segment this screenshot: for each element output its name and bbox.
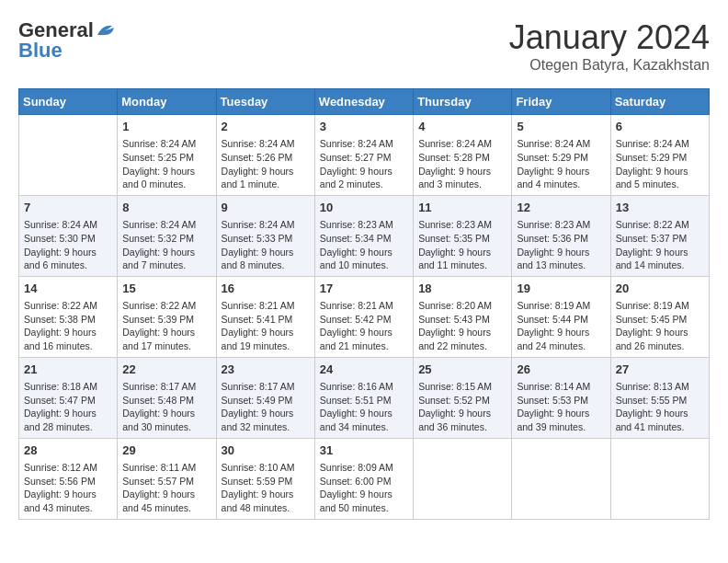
day-number: 4 [418, 119, 506, 135]
logo: General Blue [18, 18, 116, 63]
day-number: 5 [517, 119, 605, 135]
calendar-cell: 22Sunrise: 8:17 AM Sunset: 5:48 PM Dayli… [118, 357, 216, 438]
calendar-cell: 31Sunrise: 8:09 AM Sunset: 6:00 PM Dayli… [314, 438, 413, 519]
calendar-cell: 5Sunrise: 8:24 AM Sunset: 5:29 PM Daylig… [512, 115, 610, 196]
day-info: Sunrise: 8:21 AM Sunset: 5:41 PM Dayligh… [222, 299, 310, 353]
day-number: 17 [320, 281, 408, 297]
week-row-2: 7Sunrise: 8:24 AM Sunset: 5:30 PM Daylig… [19, 195, 710, 276]
calendar-cell: 4Sunrise: 8:24 AM Sunset: 5:28 PM Daylig… [414, 115, 512, 196]
page-header: General Blue January 2024 Otegen Batyra,… [18, 18, 710, 74]
day-number: 25 [418, 362, 506, 378]
day-info: Sunrise: 8:22 AM Sunset: 5:37 PM Dayligh… [616, 218, 704, 272]
calendar-cell: 10Sunrise: 8:23 AM Sunset: 5:34 PM Dayli… [314, 195, 413, 276]
location-subtitle: Otegen Batyra, Kazakhstan [509, 57, 710, 74]
day-number: 29 [122, 442, 210, 459]
day-number: 2 [222, 119, 310, 135]
day-number: 8 [122, 200, 210, 216]
calendar-cell [610, 438, 709, 519]
day-info: Sunrise: 8:09 AM Sunset: 6:00 PM Dayligh… [320, 461, 408, 515]
calendar-cell: 28Sunrise: 8:12 AM Sunset: 5:56 PM Dayli… [19, 438, 118, 519]
logo-blue: Blue [18, 39, 63, 63]
days-header-row: SundayMondayTuesdayWednesdayThursdayFrid… [19, 89, 710, 115]
day-info: Sunrise: 8:22 AM Sunset: 5:38 PM Dayligh… [24, 299, 112, 353]
day-info: Sunrise: 8:10 AM Sunset: 5:59 PM Dayligh… [222, 461, 310, 515]
day-number: 19 [517, 281, 605, 297]
calendar-cell: 19Sunrise: 8:19 AM Sunset: 5:44 PM Dayli… [512, 276, 610, 357]
day-number: 21 [24, 362, 112, 378]
day-number: 22 [122, 362, 210, 378]
calendar-cell [512, 438, 610, 519]
day-info: Sunrise: 8:24 AM Sunset: 5:33 PM Dayligh… [222, 218, 310, 272]
day-number: 16 [222, 281, 310, 297]
calendar-cell: 17Sunrise: 8:21 AM Sunset: 5:42 PM Dayli… [314, 276, 413, 357]
calendar-cell: 30Sunrise: 8:10 AM Sunset: 5:59 PM Dayli… [216, 438, 314, 519]
day-number: 7 [24, 200, 112, 216]
day-header-saturday: Saturday [610, 89, 709, 115]
month-title: January 2024 [509, 18, 710, 57]
calendar-cell: 24Sunrise: 8:16 AM Sunset: 5:51 PM Dayli… [314, 357, 413, 438]
day-info: Sunrise: 8:23 AM Sunset: 5:36 PM Dayligh… [517, 218, 605, 272]
day-number: 15 [122, 281, 210, 297]
day-info: Sunrise: 8:24 AM Sunset: 5:30 PM Dayligh… [24, 218, 112, 272]
day-number: 12 [517, 200, 605, 216]
day-number: 20 [616, 281, 704, 297]
day-header-friday: Friday [512, 89, 610, 115]
day-info: Sunrise: 8:23 AM Sunset: 5:35 PM Dayligh… [418, 218, 506, 272]
day-info: Sunrise: 8:16 AM Sunset: 5:51 PM Dayligh… [320, 380, 408, 434]
day-number: 28 [24, 442, 112, 459]
calendar-cell: 6Sunrise: 8:24 AM Sunset: 5:29 PM Daylig… [610, 115, 709, 196]
calendar-cell: 3Sunrise: 8:24 AM Sunset: 5:27 PM Daylig… [314, 115, 413, 196]
day-number: 10 [320, 200, 408, 216]
day-number: 23 [222, 362, 310, 378]
calendar-cell: 29Sunrise: 8:11 AM Sunset: 5:57 PM Dayli… [118, 438, 216, 519]
day-info: Sunrise: 8:24 AM Sunset: 5:25 PM Dayligh… [122, 137, 210, 191]
day-info: Sunrise: 8:21 AM Sunset: 5:42 PM Dayligh… [320, 299, 408, 353]
calendar-cell: 8Sunrise: 8:24 AM Sunset: 5:32 PM Daylig… [118, 195, 216, 276]
day-header-sunday: Sunday [19, 89, 118, 115]
calendar-cell [19, 115, 118, 196]
day-number: 18 [418, 281, 506, 297]
day-info: Sunrise: 8:19 AM Sunset: 5:44 PM Dayligh… [517, 299, 605, 353]
calendar-cell: 15Sunrise: 8:22 AM Sunset: 5:39 PM Dayli… [118, 276, 216, 357]
day-header-monday: Monday [118, 89, 216, 115]
day-info: Sunrise: 8:24 AM Sunset: 5:29 PM Dayligh… [616, 137, 704, 191]
logo-bird-icon [96, 22, 116, 39]
day-info: Sunrise: 8:23 AM Sunset: 5:34 PM Dayligh… [320, 218, 408, 272]
day-info: Sunrise: 8:15 AM Sunset: 5:52 PM Dayligh… [418, 380, 506, 434]
day-info: Sunrise: 8:18 AM Sunset: 5:47 PM Dayligh… [24, 380, 112, 434]
calendar-cell: 26Sunrise: 8:14 AM Sunset: 5:53 PM Dayli… [512, 357, 610, 438]
calendar-cell: 9Sunrise: 8:24 AM Sunset: 5:33 PM Daylig… [216, 195, 314, 276]
title-block: January 2024 Otegen Batyra, Kazakhstan [509, 18, 710, 74]
calendar-cell: 21Sunrise: 8:18 AM Sunset: 5:47 PM Dayli… [19, 357, 118, 438]
day-number: 11 [418, 200, 506, 216]
calendar-cell: 12Sunrise: 8:23 AM Sunset: 5:36 PM Dayli… [512, 195, 610, 276]
calendar-cell: 2Sunrise: 8:24 AM Sunset: 5:26 PM Daylig… [216, 115, 314, 196]
day-info: Sunrise: 8:20 AM Sunset: 5:43 PM Dayligh… [418, 299, 506, 353]
calendar-cell: 25Sunrise: 8:15 AM Sunset: 5:52 PM Dayli… [414, 357, 512, 438]
day-header-thursday: Thursday [414, 89, 512, 115]
week-row-1: 1Sunrise: 8:24 AM Sunset: 5:25 PM Daylig… [19, 115, 710, 196]
day-number: 3 [320, 119, 408, 135]
calendar-cell: 7Sunrise: 8:24 AM Sunset: 5:30 PM Daylig… [19, 195, 118, 276]
calendar-cell: 23Sunrise: 8:17 AM Sunset: 5:49 PM Dayli… [216, 357, 314, 438]
day-info: Sunrise: 8:14 AM Sunset: 5:53 PM Dayligh… [517, 380, 605, 434]
day-number: 9 [222, 200, 310, 216]
week-row-5: 28Sunrise: 8:12 AM Sunset: 5:56 PM Dayli… [19, 438, 710, 519]
calendar-cell: 11Sunrise: 8:23 AM Sunset: 5:35 PM Dayli… [414, 195, 512, 276]
calendar-table: SundayMondayTuesdayWednesdayThursdayFrid… [18, 88, 710, 520]
day-info: Sunrise: 8:24 AM Sunset: 5:27 PM Dayligh… [320, 137, 408, 191]
calendar-cell: 1Sunrise: 8:24 AM Sunset: 5:25 PM Daylig… [118, 115, 216, 196]
calendar-cell: 20Sunrise: 8:19 AM Sunset: 5:45 PM Dayli… [610, 276, 709, 357]
day-info: Sunrise: 8:24 AM Sunset: 5:26 PM Dayligh… [222, 137, 310, 191]
day-number: 24 [320, 362, 408, 378]
week-row-3: 14Sunrise: 8:22 AM Sunset: 5:38 PM Dayli… [19, 276, 710, 357]
calendar-cell: 13Sunrise: 8:22 AM Sunset: 5:37 PM Dayli… [610, 195, 709, 276]
calendar-cell: 27Sunrise: 8:13 AM Sunset: 5:55 PM Dayli… [610, 357, 709, 438]
calendar-cell: 18Sunrise: 8:20 AM Sunset: 5:43 PM Dayli… [414, 276, 512, 357]
day-number: 6 [616, 119, 704, 135]
calendar-cell: 14Sunrise: 8:22 AM Sunset: 5:38 PM Dayli… [19, 276, 118, 357]
day-info: Sunrise: 8:24 AM Sunset: 5:29 PM Dayligh… [517, 137, 605, 191]
day-info: Sunrise: 8:24 AM Sunset: 5:28 PM Dayligh… [418, 137, 506, 191]
day-header-wednesday: Wednesday [314, 89, 413, 115]
calendar-cell [414, 438, 512, 519]
